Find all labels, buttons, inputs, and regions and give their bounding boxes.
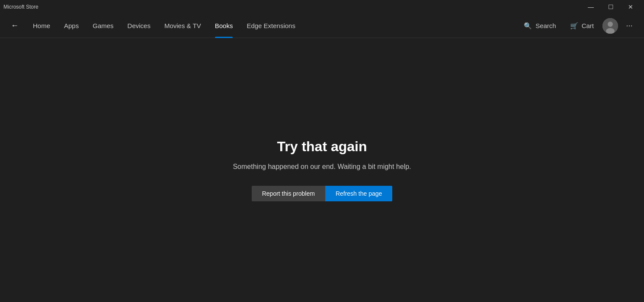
- error-subtitle: Something happened on our end. Waiting a…: [233, 162, 411, 172]
- nav-item-edge-extensions[interactable]: Edge Extensions: [240, 14, 302, 38]
- svg-point-1: [608, 22, 613, 27]
- report-problem-button[interactable]: Report this problem: [252, 186, 325, 201]
- maximize-button[interactable]: ☐: [601, 0, 621, 14]
- nav-items: Home Apps Games Devices Movies & TV Book…: [26, 14, 519, 38]
- refresh-page-button[interactable]: Refresh the page: [325, 186, 392, 201]
- nav-item-movies-tv[interactable]: Movies & TV: [157, 14, 208, 38]
- title-bar: Microsoft Store — ☐ ✕: [0, 0, 644, 14]
- cart-icon: 🛒: [570, 22, 578, 30]
- nav-right: 🔍 Search 🛒 Cart ···: [519, 17, 637, 35]
- minimize-button[interactable]: —: [581, 0, 601, 14]
- nav-item-games-label: Games: [93, 22, 113, 29]
- nav-item-games[interactable]: Games: [86, 14, 120, 38]
- nav-item-apps-label: Apps: [64, 22, 79, 29]
- nav-item-movies-tv-label: Movies & TV: [164, 22, 201, 29]
- nav-item-books[interactable]: Books: [208, 14, 240, 38]
- close-button[interactable]: ✕: [621, 0, 641, 14]
- cart-label: Cart: [582, 22, 594, 29]
- avatar[interactable]: [602, 18, 618, 34]
- nav-item-apps[interactable]: Apps: [57, 14, 86, 38]
- nav-item-devices-label: Devices: [128, 22, 151, 29]
- search-button[interactable]: 🔍 Search: [519, 17, 561, 35]
- nav-item-devices[interactable]: Devices: [121, 14, 157, 38]
- more-options-button[interactable]: ···: [622, 18, 637, 34]
- window-controls: — ☐ ✕: [581, 0, 641, 14]
- nav-item-home-label: Home: [33, 22, 50, 29]
- main-content: Try that again Something happened on our…: [0, 38, 644, 302]
- nav-item-books-label: Books: [215, 22, 233, 29]
- nav-item-edge-extensions-label: Edge Extensions: [247, 22, 295, 29]
- search-label: Search: [535, 22, 556, 29]
- cart-button[interactable]: 🛒 Cart: [565, 17, 599, 35]
- error-actions: Report this problem Refresh the page: [252, 186, 393, 201]
- back-button[interactable]: ←: [7, 18, 22, 34]
- search-icon: 🔍: [524, 22, 532, 30]
- nav-item-home[interactable]: Home: [26, 14, 57, 38]
- error-title: Try that again: [277, 139, 367, 155]
- app-title: Microsoft Store: [3, 4, 38, 10]
- nav-bar: ← Home Apps Games Devices Movies & TV Bo…: [0, 14, 644, 38]
